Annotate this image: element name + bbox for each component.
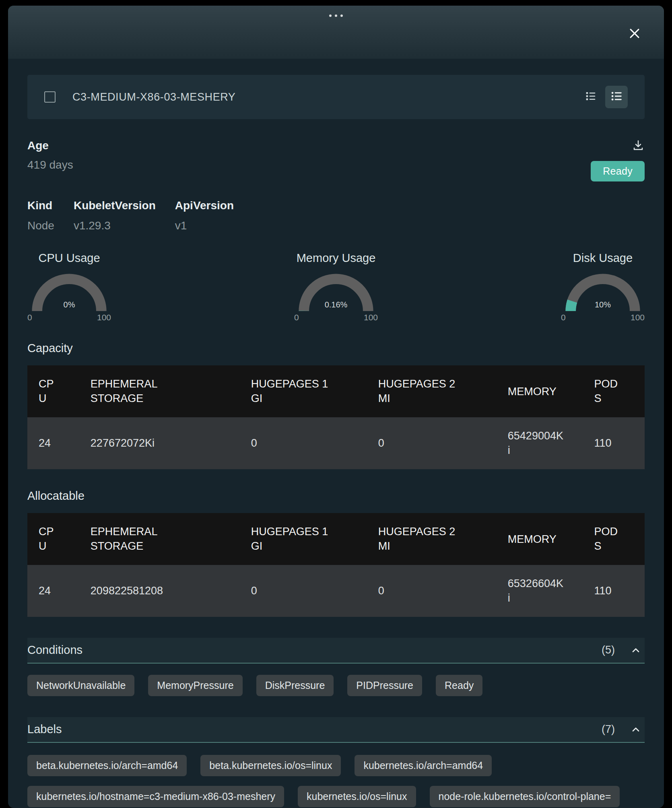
disk-usage-gauge: Disk Usage 10% 0 100 [561,251,645,322]
memory-usage-gauge: Memory Usage 0.16% 0 100 [294,251,378,322]
download-button[interactable] [632,139,645,154]
label-chip[interactable]: kubernetes.io/hostname=c3-medium-x86-03-… [27,786,284,807]
kubelet-version-label: KubeletVersion [74,199,156,212]
label-chip[interactable]: node-role.kubernetes.io/control-plane= [430,786,620,807]
capacity-col-ephemeral-storage: EPHEMERAL STORAGE [79,365,240,417]
status-badge: Ready [591,161,645,181]
close-button[interactable] [626,26,643,43]
allocatable-col-hugepages-2mi: HUGEPAGES 2 MI [367,513,497,565]
gauge-percent: 10% [565,300,641,309]
kind-value: Node [27,219,54,232]
allocatable-hugepages-1gi-value: 0 [240,565,367,617]
conditions-title: Conditions [27,643,82,657]
condition-chip[interactable]: Ready [436,675,482,696]
allocatable-col-pods: PODS [583,513,645,565]
condition-chip[interactable]: PIDPressure [347,675,422,696]
list-view-icon [610,89,623,105]
gauge-min-label: 0 [27,313,32,322]
allocatable-cpu-value: 24 [27,565,79,617]
capacity-title: Capacity [27,342,645,355]
capacity-cpu-value: 24 [27,417,79,469]
allocatable-pods-value: 110 [583,565,645,617]
close-icon [628,27,641,42]
allocatable-title: Allocatable [27,489,645,503]
api-version-label: ApiVersion [175,199,234,212]
conditions-section-header[interactable]: Conditions (5) [27,638,645,664]
detail-view-button[interactable] [584,90,597,104]
age-value: 419 days [27,159,73,171]
condition-chip[interactable]: NetworkUnavailable [27,675,134,696]
allocatable-ephemeral-storage-value: 209822581208 [79,565,240,617]
capacity-col-hugepages-1gi: HUGEPAGES 1 GI [240,365,367,417]
kind-label: Kind [27,199,54,212]
conditions-chip-list: NetworkUnavailable MemoryPressure DiskPr… [27,675,645,696]
gauge-max-label: 100 [364,313,378,322]
capacity-memory-value: 65429004Ki [497,417,583,469]
node-select-checkbox[interactable] [44,91,56,103]
gauge-min-label: 0 [561,313,566,322]
allocatable-hugepages-2mi-value: 0 [367,565,497,617]
node-title-card: C3-MEDIUM-X86-03-MESHERY [27,75,645,119]
label-chip[interactable]: kubernetes.io/os=linux [298,786,416,807]
capacity-pods-value: 110 [583,417,645,469]
capacity-ephemeral-storage-value: 227672072Ki [79,417,240,469]
gauge-percent: 0.16% [298,300,374,309]
chevron-up-icon[interactable] [630,645,641,656]
allocatable-memory-value: 65326604Ki [497,565,583,617]
meta-kind: Kind Node [27,199,54,232]
detailed-list-icon [584,90,597,104]
gauge-max-label: 100 [631,313,645,322]
gauge-min-label: 0 [294,313,299,322]
labels-title: Labels [27,723,62,736]
age-label: Age [27,139,73,152]
disk-usage-title: Disk Usage [573,251,633,265]
condition-chip[interactable]: DiskPressure [256,675,334,696]
usage-gauges: CPU Usage 0% 0 100 Memory Usage [27,251,645,322]
label-chip[interactable]: kubernetes.io/arch=amd64 [355,755,492,776]
node-meta: Kind Node KubeletVersion v1.29.3 ApiVers… [27,199,645,232]
node-details-modal: C3-MEDIUM-X86-03-MESHERY [8,6,664,808]
capacity-row: 24 227672072Ki 0 0 65429004Ki 110 [27,417,645,469]
labels-section-header[interactable]: Labels (7) [27,717,645,743]
allocatable-col-cpu: CPU [27,513,79,565]
allocatable-col-memory: MEMORY [497,513,583,565]
label-chip[interactable]: beta.kubernetes.io/os=linux [200,755,341,776]
allocatable-row: 24 209822581208 0 0 65326604Ki 110 [27,565,645,617]
allocatable-table: CPU EPHEMERAL STORAGE HUGEPAGES 1 GI HUG… [27,513,645,617]
capacity-table: CPU EPHEMERAL STORAGE HUGEPAGES 1 GI HUG… [27,365,645,469]
conditions-count: (5) [602,644,615,656]
capacity-hugepages-1gi-value: 0 [240,417,367,469]
memory-usage-title: Memory Usage [297,251,376,265]
gauge-max-label: 100 [97,313,111,322]
download-icon [632,146,645,153]
list-view-button[interactable] [605,86,628,108]
allocatable-col-hugepages-1gi: HUGEPAGES 1 GI [240,513,367,565]
more-options-dots[interactable] [327,12,345,19]
cpu-usage-gauge: CPU Usage 0% 0 100 [27,251,111,322]
cpu-usage-title: CPU Usage [38,251,100,265]
capacity-col-cpu: CPU [27,365,79,417]
meta-kubelet-version: KubeletVersion v1.29.3 [74,199,156,232]
capacity-col-pods: PODS [583,365,645,417]
labels-chip-list: beta.kubernetes.io/arch=amd64 beta.kuber… [27,755,645,808]
capacity-col-hugepages-2mi: HUGEPAGES 2 MI [367,365,497,417]
kubelet-version-value: v1.29.3 [74,219,156,232]
meta-api-version: ApiVersion v1 [175,199,234,232]
capacity-col-memory: MEMORY [497,365,583,417]
modal-header [8,6,664,59]
node-title: C3-MEDIUM-X86-03-MESHERY [72,91,235,103]
api-version-value: v1 [175,219,234,232]
gauge-percent: 0% [31,300,107,309]
capacity-hugepages-2mi-value: 0 [367,417,497,469]
chevron-up-icon[interactable] [630,724,641,735]
label-chip[interactable]: beta.kubernetes.io/arch=amd64 [27,755,187,776]
labels-count: (7) [602,723,615,736]
allocatable-col-ephemeral-storage: EPHEMERAL STORAGE [79,513,240,565]
condition-chip[interactable]: MemoryPressure [148,675,242,696]
